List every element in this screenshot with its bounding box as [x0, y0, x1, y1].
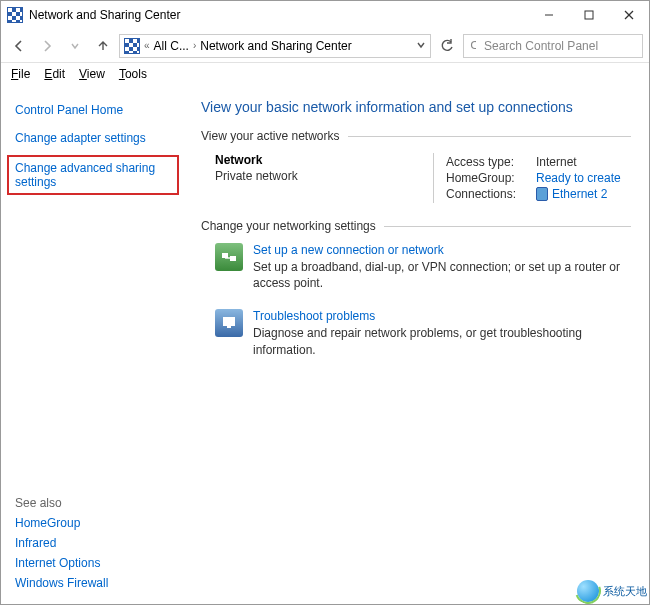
menu-tools[interactable]: Tools — [119, 67, 147, 81]
new-connection-link[interactable]: Set up a new connection or network — [253, 243, 444, 257]
change-advanced-sharing-link[interactable]: Change advanced sharing settings — [15, 161, 171, 189]
see-also-infrared[interactable]: Infrared — [15, 536, 108, 550]
search-input[interactable] — [482, 38, 636, 54]
option-troubleshoot: Troubleshoot problems Diagnose and repai… — [215, 309, 631, 357]
titlebar: Network and Sharing Center — [1, 1, 649, 29]
see-also-windows-firewall[interactable]: Windows Firewall — [15, 576, 108, 590]
app-icon — [7, 7, 23, 23]
change-adapter-link[interactable]: Change adapter settings — [15, 131, 181, 145]
network-type: Private network — [215, 169, 415, 183]
search-box[interactable] — [463, 34, 643, 58]
chevron-right-icon: › — [193, 40, 196, 51]
menu-edit[interactable]: Edit — [44, 67, 65, 81]
active-networks: Network Private network Access type: Int… — [215, 153, 631, 203]
forward-button[interactable] — [35, 34, 59, 58]
breadcrumb-seg-1[interactable]: All C... — [154, 39, 189, 53]
control-panel-icon — [124, 38, 140, 54]
body: Control Panel Home Change adapter settin… — [1, 87, 649, 604]
see-also-homegroup[interactable]: HomeGroup — [15, 516, 108, 530]
option-new-connection: Set up a new connection or network Set u… — [215, 243, 631, 291]
network-props: Access type: Internet HomeGroup: Ready t… — [433, 153, 621, 203]
highlight-box: Change advanced sharing settings — [7, 155, 179, 195]
search-icon — [470, 40, 476, 52]
page-heading: View your basic network information and … — [201, 99, 631, 115]
refresh-button[interactable] — [435, 34, 459, 58]
recent-dropdown[interactable] — [63, 34, 87, 58]
see-also-internet-options[interactable]: Internet Options — [15, 556, 108, 570]
menu-file[interactable]: File — [11, 67, 30, 81]
back-button[interactable] — [7, 34, 31, 58]
see-also: See also HomeGroup Infrared Internet Opt… — [15, 496, 108, 596]
breadcrumb[interactable]: « All C... › Network and Sharing Center — [119, 34, 431, 58]
nav-toolbar: « All C... › Network and Sharing Center — [1, 29, 649, 63]
active-networks-header: View your active networks — [201, 129, 631, 143]
sidebar: Control Panel Home Change adapter settin… — [1, 87, 191, 604]
connection-link[interactable]: Ethernet 2 — [536, 187, 607, 201]
window-title: Network and Sharing Center — [29, 8, 529, 22]
troubleshoot-desc: Diagnose and repair network problems, or… — [253, 325, 631, 357]
minimize-button[interactable] — [529, 1, 569, 29]
maximize-button[interactable] — [569, 1, 609, 29]
control-panel-home-link[interactable]: Control Panel Home — [15, 103, 181, 117]
main-panel: View your basic network information and … — [191, 87, 649, 604]
homegroup-link[interactable]: Ready to create — [536, 171, 621, 185]
menubar: File Edit View Tools — [1, 63, 649, 87]
network-name: Network — [215, 153, 415, 167]
homegroup-label: HomeGroup: — [446, 171, 526, 185]
troubleshoot-link[interactable]: Troubleshoot problems — [253, 309, 375, 323]
troubleshoot-icon — [215, 309, 243, 337]
breadcrumb-seg-2[interactable]: Network and Sharing Center — [200, 39, 351, 53]
new-connection-desc: Set up a broadband, dial-up, or VPN conn… — [253, 259, 631, 291]
svg-rect-1 — [585, 11, 593, 19]
breadcrumb-dropdown[interactable] — [416, 39, 426, 53]
close-button[interactable] — [609, 1, 649, 29]
change-settings-header: Change your networking settings — [201, 219, 631, 233]
svg-point-4 — [472, 41, 477, 48]
menu-view[interactable]: View — [79, 67, 105, 81]
connections-label: Connections: — [446, 187, 526, 201]
access-type-value: Internet — [536, 155, 577, 169]
up-button[interactable] — [91, 34, 115, 58]
see-also-header: See also — [15, 496, 108, 510]
svg-rect-9 — [223, 317, 235, 326]
access-type-label: Access type: — [446, 155, 526, 169]
network-block: Network Private network — [215, 153, 415, 203]
svg-rect-6 — [222, 253, 228, 258]
ethernet-icon — [536, 187, 548, 201]
new-connection-icon — [215, 243, 243, 271]
svg-rect-10 — [227, 326, 231, 328]
chevron-left-icon: « — [144, 40, 150, 51]
